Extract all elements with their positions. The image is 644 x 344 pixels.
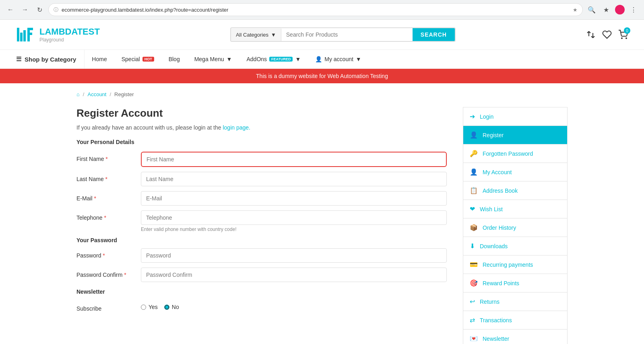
nav-links: Home Special Hot Blog Mega Menu ▼ AddOns… [85, 50, 368, 68]
password-input[interactable] [141, 248, 447, 263]
sidebar: ➔ Login 👤 Register 🔑 Forgotten Password … [463, 107, 568, 344]
newsletter-icon: 💌 [470, 335, 478, 342]
back-button[interactable]: ← [5, 4, 16, 15]
subscribe-label: Subscribe [76, 301, 141, 312]
last-name-required: * [105, 176, 107, 182]
last-name-label: Last Name * [76, 172, 141, 182]
last-name-group: Last Name * [76, 172, 447, 186]
order-icon: 📦 [470, 224, 478, 231]
password-confirm-group: Password Confirm * [76, 268, 447, 282]
cart-button[interactable]: 0 [618, 30, 628, 39]
address-icon: 📋 [470, 187, 478, 194]
sidebar-item-reward-points[interactable]: 🎯 Reward Points [463, 274, 568, 293]
chevron-down-icon: ▼ [271, 32, 276, 38]
sidebar-item-downloads[interactable]: ⬇ Downloads [463, 237, 568, 255]
svg-rect-1 [20, 33, 23, 41]
sidebar-item-login[interactable]: ➔ Login [463, 107, 568, 126]
breadcrumb-home[interactable]: ⌂ [76, 91, 80, 97]
hamburger-icon: ☰ [16, 56, 21, 63]
sidebar-item-order-history[interactable]: 📦 Order History [463, 218, 568, 237]
last-name-input[interactable] [141, 172, 447, 186]
subscribe-yes-radio[interactable] [141, 305, 146, 310]
password-confirm-input[interactable] [141, 268, 447, 282]
logo-area[interactable]: LAMBDATEST Playground [16, 25, 100, 45]
first-name-required: * [105, 156, 107, 162]
svg-marker-3 [27, 28, 33, 41]
nav-item-blog[interactable]: Blog [161, 50, 187, 68]
telephone-field: Enter valid phone number with country co… [141, 210, 447, 232]
nav-item-special[interactable]: Special Hot [114, 50, 161, 68]
key-icon: 🔑 [470, 150, 478, 157]
search-input[interactable] [281, 28, 413, 41]
svg-point-4 [621, 38, 622, 39]
user-avatar[interactable] [615, 5, 625, 14]
header-icons: 0 [586, 30, 628, 39]
site-header: LAMBDATEST Playground All Categories ▼ S… [0, 20, 644, 50]
email-group: E-Mail * [76, 191, 447, 206]
return-icon: ↩ [470, 298, 475, 305]
account-icon: 👤 [470, 168, 478, 176]
hot-badge: Hot [142, 57, 154, 62]
wishlist-button[interactable] [602, 30, 612, 39]
featured-badge: Featured [269, 57, 293, 62]
sidebar-item-transactions[interactable]: ⇄ Transactions [463, 311, 568, 330]
breadcrumb-account[interactable]: Account [87, 91, 106, 97]
subscribe-no-label[interactable]: No [164, 304, 179, 310]
password-section-title: Your Password [76, 237, 447, 243]
breadcrumb-sep-2: / [109, 91, 111, 97]
subscribe-yes-label[interactable]: Yes [141, 304, 158, 310]
reward-icon: 🎯 [470, 279, 478, 287]
search-button[interactable]: SEARCH [413, 28, 455, 41]
nav-item-addons[interactable]: AddOns Featured ▼ [239, 50, 308, 68]
nav-item-my-account[interactable]: 👤 My account ▼ [308, 50, 368, 68]
nav-item-mega-menu[interactable]: Mega Menu ▼ [187, 50, 239, 68]
last-name-field [141, 172, 447, 186]
sidebar-item-forgotten-password[interactable]: 🔑 Forgotten Password [463, 144, 568, 163]
bookmark-button[interactable]: ★ [601, 4, 612, 15]
sidebar-item-returns[interactable]: ↩ Returns [463, 293, 568, 311]
telephone-required: * [104, 214, 106, 221]
first-name-field [141, 152, 447, 167]
search-bar: All Categories ▼ SEARCH [230, 27, 456, 42]
main-content: ⌂ / Account / Register Register Account … [60, 83, 584, 344]
breadcrumb-sep-1: / [83, 91, 85, 97]
login-link[interactable]: login page. [223, 124, 250, 131]
red-banner: This is a dummy website for Web Automati… [0, 69, 644, 83]
forward-button[interactable]: → [19, 4, 31, 15]
password-required: * [103, 252, 105, 259]
shop-by-category[interactable]: ☰ Shop by Category [16, 50, 85, 68]
email-input[interactable] [141, 191, 447, 206]
sidebar-item-my-account[interactable]: 👤 My Account [463, 163, 568, 181]
address-bar[interactable]: ⓘ ecommerce-playground.lambdatest.io/ind… [48, 3, 583, 16]
sidebar-item-newsletter[interactable]: 💌 Newsletter [463, 330, 568, 344]
person-icon: 👤 [315, 56, 322, 62]
telephone-input[interactable] [141, 210, 447, 225]
first-name-label: First Name * [76, 152, 141, 162]
login-icon: ➔ [470, 113, 475, 120]
sidebar-item-address-book[interactable]: 📋 Address Book [463, 181, 568, 200]
newsletter-section-title: Newsletter [76, 288, 447, 295]
breadcrumb-current: Register [114, 91, 134, 97]
compare-button[interactable] [586, 30, 596, 39]
logo-icon [16, 25, 36, 45]
email-label: E-Mail * [76, 191, 141, 202]
menu-button[interactable]: ⋮ [628, 4, 639, 15]
nav-item-home[interactable]: Home [85, 50, 114, 68]
subscribe-radio-group: Yes No [141, 303, 179, 310]
payment-icon: 💳 [470, 261, 478, 268]
sidebar-item-wish-list[interactable]: ❤ Wish List [463, 200, 568, 218]
subscribe-group: Subscribe Yes No [76, 301, 447, 312]
nav-bar: ☰ Shop by Category Home Special Hot Blog… [0, 50, 644, 69]
subscribe-no-radio[interactable] [164, 305, 169, 310]
category-dropdown[interactable]: All Categories ▼ [231, 29, 281, 41]
sidebar-item-recurring-payments[interactable]: 💳 Recurring payments [463, 255, 568, 274]
cart-badge: 0 [624, 27, 630, 34]
refresh-button[interactable]: ↻ [34, 4, 45, 15]
first-name-input[interactable] [141, 152, 447, 167]
zoom-button[interactable]: 🔍 [586, 4, 597, 15]
telephone-group: Telephone * Enter valid phone number wit… [76, 210, 447, 232]
first-name-group: First Name * [76, 152, 447, 167]
sidebar-item-register[interactable]: 👤 Register [463, 126, 568, 144]
password-confirm-label: Password Confirm * [76, 268, 141, 278]
telephone-label: Telephone * [76, 210, 141, 221]
